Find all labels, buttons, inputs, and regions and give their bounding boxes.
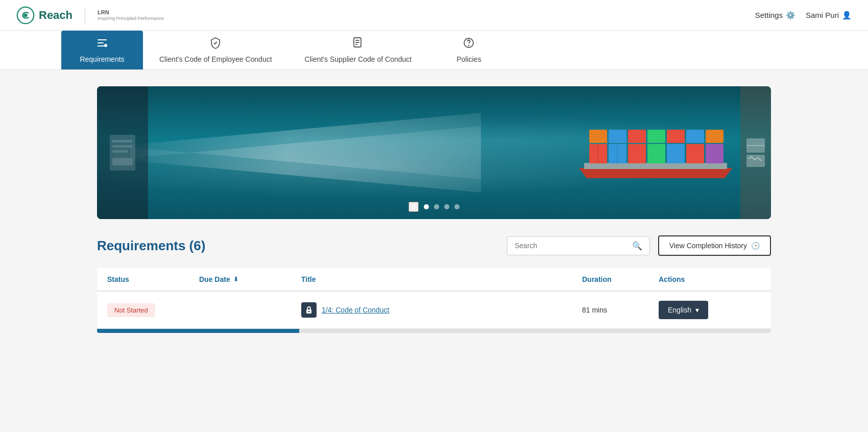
search-input[interactable] [515, 242, 628, 250]
search-box: 🔍 [507, 236, 650, 255]
tab-code-employee[interactable]: Client's Code of Employee Conduct [143, 31, 288, 69]
tab-requirements[interactable]: Requirements [61, 31, 143, 69]
svg-rect-28 [647, 130, 665, 143]
shield-icon [209, 37, 222, 52]
user-button[interactable]: Sami Puri 👤 [806, 11, 852, 20]
svg-rect-3 [98, 42, 104, 43]
col-duration: Duration [582, 275, 659, 283]
svg-rect-14 [112, 145, 133, 148]
svg-rect-13 [112, 140, 133, 142]
header-divider [85, 7, 85, 23]
requirements-table: Status Due Date ⬇ Title Duration Actions… [97, 268, 771, 333]
carousel-slide [97, 86, 771, 219]
svg-rect-20 [628, 144, 646, 163]
requirements-icon [96, 37, 108, 52]
svg-rect-4 [98, 45, 105, 46]
carousel-dot-1[interactable] [424, 204, 429, 209]
side-panel-right [740, 86, 771, 219]
tab-code-supplier-label: Client's Supplier Code of Conduct [305, 55, 412, 63]
chevron-down-icon: ▾ [695, 306, 699, 314]
carousel-dot-4[interactable] [454, 204, 460, 209]
table-header: Status Due Date ⬇ Title Duration Actions [97, 268, 771, 292]
history-icon: 🕒 [751, 242, 760, 250]
svg-rect-27 [628, 130, 646, 143]
tab-code-employee-label: Client's Code of Employee Conduct [159, 55, 272, 63]
actions-cell: English ▾ [659, 301, 761, 319]
svg-rect-30 [686, 130, 704, 143]
svg-point-38 [308, 311, 310, 313]
svg-point-11 [469, 45, 469, 46]
main-content: ⏸ Requirements (6) 🔍 View Completion His… [77, 86, 791, 353]
header-right: Settings ⚙️ Sami Puri 👤 [755, 11, 852, 20]
carousel-controls: ⏸ [408, 202, 460, 212]
question-icon [463, 37, 475, 52]
svg-rect-35 [746, 155, 765, 167]
lrn-logo: LRN Inspiring Principled Performance [98, 9, 164, 21]
col-title: Title [301, 275, 582, 283]
header: Reach LRN Inspiring Principled Performan… [0, 0, 868, 31]
language-label: English [668, 306, 691, 314]
gear-icon: ⚙️ [786, 11, 795, 20]
nav-tabs: Requirements Client's Code of Employee C… [0, 31, 868, 70]
view-history-label: View Completion History [669, 242, 747, 250]
svg-rect-21 [647, 144, 665, 163]
search-icon: 🔍 [632, 241, 642, 251]
duration-cell: 81 mins [582, 306, 659, 314]
svg-rect-23 [686, 144, 704, 163]
carousel-dot-2[interactable] [434, 204, 439, 209]
document-icon [352, 37, 364, 52]
table-row: Not Started 1/4: Code of Conduct 81 mins [97, 292, 771, 329]
tab-policies[interactable]: Policies [428, 31, 510, 69]
status-cell: Not Started [107, 303, 199, 317]
progress-fill [97, 329, 299, 333]
svg-rect-16 [112, 158, 133, 165]
ship-svg [574, 125, 737, 181]
requirements-header: Requirements (6) 🔍 View Completion Histo… [97, 235, 771, 256]
title-cell: 1/4: Code of Conduct [301, 302, 582, 318]
logo-reach: Reach [16, 6, 73, 25]
svg-rect-22 [667, 144, 685, 163]
carousel-dot-3[interactable] [444, 204, 449, 209]
svg-rect-2 [98, 39, 107, 40]
settings-button[interactable]: Settings ⚙️ [755, 11, 795, 20]
sort-due-date-icon: ⬇ [233, 276, 238, 283]
tab-policies-label: Policies [456, 55, 481, 63]
title-link[interactable]: 1/4: Code of Conduct [322, 306, 389, 314]
reach-logo-icon [16, 6, 35, 25]
svg-rect-25 [589, 130, 607, 143]
col-status: Status [107, 275, 199, 283]
carousel: ⏸ [97, 86, 771, 219]
requirements-actions: 🔍 View Completion History 🕒 [507, 235, 771, 256]
logo-text: Reach [39, 9, 73, 22]
status-badge: Not Started [107, 303, 155, 317]
svg-point-1 [23, 13, 27, 17]
col-actions: Actions [659, 275, 761, 283]
svg-rect-29 [667, 130, 685, 143]
view-history-button[interactable]: View Completion History 🕒 [658, 235, 771, 256]
svg-rect-17 [584, 163, 727, 169]
tab-code-supplier[interactable]: Client's Supplier Code of Conduct [288, 31, 428, 69]
svg-point-5 [104, 44, 107, 47]
side-panel-left [97, 86, 148, 219]
user-icon: 👤 [842, 11, 852, 20]
requirements-title: Requirements (6) [97, 238, 205, 254]
tab-requirements-label: Requirements [80, 55, 124, 63]
language-button[interactable]: English ▾ [659, 301, 708, 319]
svg-rect-31 [706, 130, 724, 143]
svg-rect-26 [609, 130, 626, 143]
table-bottom-bar [97, 329, 771, 333]
svg-rect-24 [706, 144, 724, 163]
col-due-date[interactable]: Due Date ⬇ [199, 275, 301, 283]
settings-label: Settings [755, 11, 783, 19]
user-name: Sami Puri [806, 11, 839, 19]
header-left: Reach LRN Inspiring Principled Performan… [16, 6, 164, 25]
carousel-pause-button[interactable]: ⏸ [408, 202, 419, 212]
svg-rect-15 [112, 150, 128, 153]
lock-icon [301, 302, 317, 318]
